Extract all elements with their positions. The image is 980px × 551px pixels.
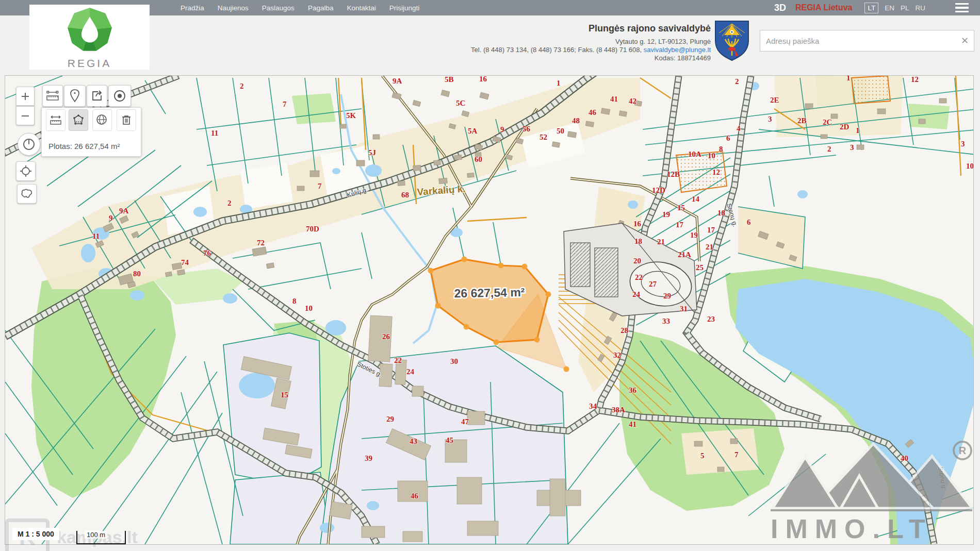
parcel-number: 46: [589, 108, 597, 116]
parcel-number: 6: [747, 218, 751, 226]
parcel-number: 34: [589, 402, 597, 410]
measured-area-text: Plotas: 26 627,54 m²: [48, 142, 120, 151]
parcel-number: 17: [707, 226, 715, 234]
parcel-number: 1: [856, 126, 860, 135]
parcel-number: 5: [700, 452, 705, 460]
parcel-number: 25: [696, 263, 704, 272]
parcel-number: 68: [401, 191, 409, 199]
menu-item-naujienos[interactable]: Naujienos: [218, 4, 249, 12]
address-search-input[interactable]: [760, 30, 974, 51]
parcel-number: 74: [181, 258, 189, 266]
view-3d-button[interactable]: 3D: [774, 3, 786, 13]
parcel-number: 7: [318, 182, 322, 190]
measure-geodesic-button[interactable]: [92, 109, 112, 131]
measure-panel: Plotas: 26 627,54 m²: [41, 107, 141, 157]
zoom-out-button[interactable]: [16, 106, 35, 125]
lang-lt[interactable]: LT: [864, 3, 878, 13]
share-export-button[interactable]: [87, 85, 107, 107]
lang-ru[interactable]: RU: [916, 4, 926, 12]
parcel-number: 52: [540, 133, 547, 141]
parcel-number: 27: [649, 280, 657, 288]
parcel-number: 26: [382, 332, 390, 341]
municipality-address: Vytauto g. 12, LT-90123, Plungė: [454, 38, 711, 46]
municipality-code: Kodas: 188714469: [454, 54, 711, 62]
parcel-number: 40: [901, 454, 908, 462]
parcel-number: 72: [257, 239, 265, 247]
parcel-number: 45: [446, 436, 453, 444]
parcel-number: 5A: [468, 127, 478, 135]
parcel-number: 41: [610, 95, 618, 103]
parcel-number: 15: [677, 204, 685, 212]
parcel-number: 16: [479, 76, 487, 83]
parcel-number: 80: [133, 270, 141, 278]
parcel-number: 15: [281, 391, 288, 399]
parcel-area-label: 26 627,54 m²: [454, 286, 525, 300]
record-location-button[interactable]: [108, 85, 131, 107]
parcel-number: 12B: [667, 170, 680, 178]
language-switcher: LT EN PL RU: [864, 3, 925, 13]
cadastral-map: 26 627,54 m² 27115K5J9A5B165C5A956526068…: [5, 76, 973, 544]
menu-item-pradzia[interactable]: Pradžia: [181, 4, 204, 12]
measure-clear-button[interactable]: [117, 109, 136, 131]
parcel-number: 7: [734, 450, 739, 459]
history-time-button[interactable]: [18, 133, 40, 156]
parcel-number: 1: [846, 76, 851, 82]
municipality-email-link[interactable]: savivaldybe@plunge.lt: [644, 46, 711, 54]
share-arrow-icon: [91, 90, 103, 102]
crosshair-icon: [20, 165, 32, 177]
measure-tool-button[interactable]: [42, 85, 63, 107]
lang-pl[interactable]: PL: [901, 4, 909, 12]
parcel-number: 29: [386, 415, 394, 423]
parcel-number: 38A: [612, 406, 625, 414]
parcel-number: 39: [365, 454, 372, 462]
locate-me-button[interactable]: [16, 161, 36, 181]
regia-lietuva-link[interactable]: REGIA Lietuva: [795, 3, 853, 12]
map-viewport[interactable]: 26 627,54 m² 27115K5J9A5B165C5A956526068…: [5, 75, 974, 545]
lithuania-extent-button[interactable]: [17, 184, 37, 204]
parcel-number: 3: [850, 143, 854, 152]
parcel-number: 9: [500, 125, 504, 133]
parcel-number: 21A: [678, 251, 691, 259]
zoom-in-button[interactable]: [16, 87, 35, 106]
menu-item-paslaugos[interactable]: Paslaugos: [262, 4, 295, 12]
parcel-number: 21: [706, 243, 713, 251]
parcel-number: 6: [726, 134, 730, 142]
menu-item-kontaktai[interactable]: Kontaktai: [347, 4, 375, 12]
parcel-number: 8: [292, 297, 297, 305]
parcel-number: 5C: [456, 99, 465, 107]
parcel-number: 56: [522, 125, 531, 133]
municipality-title: Plungės rajono savivaldybė: [454, 23, 711, 35]
immo-watermark-text: IMMO.LT: [771, 514, 933, 544]
parcel-number: 2: [240, 82, 244, 90]
parcel-number: 48: [572, 116, 580, 125]
regia-logo[interactable]: REGIA: [29, 5, 150, 70]
measure-area-button[interactable]: [69, 109, 88, 131]
parcel-number: 21: [657, 238, 665, 246]
parcel-number: 23: [707, 315, 715, 323]
parcel-number: 24: [406, 368, 415, 376]
parcel-number: 46: [411, 492, 419, 500]
parcel-number: 11: [92, 232, 100, 240]
parcel-number: 3: [768, 115, 772, 123]
municipality-contacts: Tel. (8 448) 73 134, (8 448) 73 166; Fak…: [454, 46, 711, 54]
parcel-number: 5K: [346, 111, 356, 120]
search-clear-icon[interactable]: ✕: [961, 36, 969, 46]
menu-item-prisijungti[interactable]: Prisijungti: [389, 4, 420, 12]
measure-distance-icon: [49, 113, 62, 127]
measure-distance-button[interactable]: [46, 109, 66, 131]
menu-item-pagalba[interactable]: Pagalba: [308, 4, 334, 12]
parcel-number: 2B: [797, 116, 807, 125]
hamburger-menu-icon[interactable]: [955, 3, 969, 12]
lang-en[interactable]: EN: [885, 4, 894, 12]
parcel-number: 22: [635, 273, 643, 281]
parcel-number: 70D: [306, 225, 319, 233]
parcel-number: 9A: [393, 77, 402, 85]
parcel-number: 19: [662, 210, 670, 219]
parcel-number: 5B: [445, 76, 454, 84]
map-scale-text: M 1 : 5 000: [12, 528, 59, 540]
parcel-number: 10: [305, 304, 313, 312]
parcel-number: 10: [708, 152, 715, 160]
parcel-number: 2E: [770, 96, 779, 104]
map-pin-icon: [69, 89, 80, 103]
marker-tool-button[interactable]: [64, 85, 86, 107]
